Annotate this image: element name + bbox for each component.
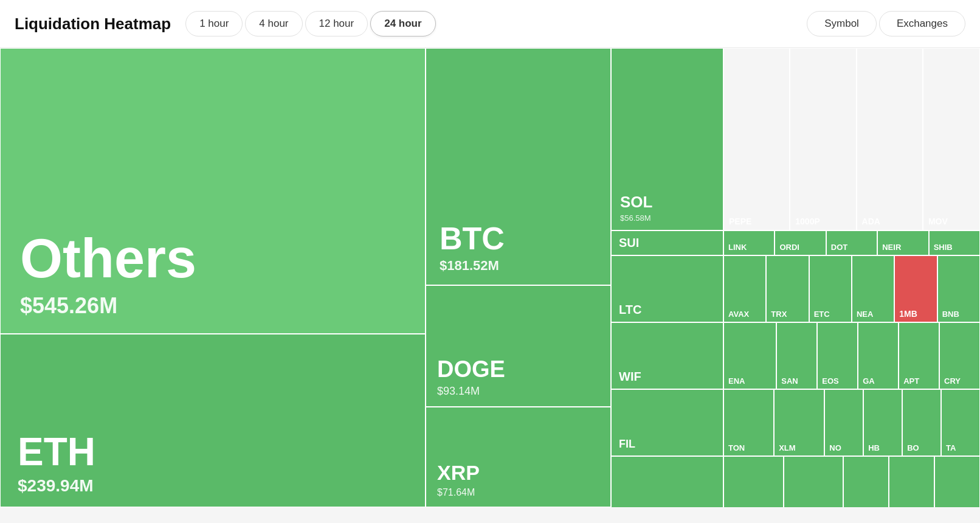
cell-1000p[interactable]: 1000P <box>790 48 856 230</box>
app-title: Liquidation Heatmap <box>15 15 171 33</box>
cell-link[interactable]: LINK <box>723 230 775 255</box>
right-controls: Symbol Exchanges <box>807 11 965 36</box>
cell-sol[interactable]: SOL $56.58M <box>611 48 723 230</box>
symbol-button[interactable]: Symbol <box>807 11 877 36</box>
cell-mov[interactable]: MOV <box>923 48 980 230</box>
pnut-sub-cells: TIA DYDX ARB DOG TUR <box>723 456 980 507</box>
top-small-row: PEPE 1000P ADA MOV <box>723 48 980 230</box>
time-filter-group: 1 hour 4 hour 12 hour 24 hour <box>185 11 797 36</box>
cell-ltc[interactable]: LTC <box>611 255 723 322</box>
cell-nea[interactable]: NEA <box>852 255 894 322</box>
sui-sub-row: LINK ORDI DOT NEIR SHIB <box>723 230 980 255</box>
cell-ada[interactable]: ADA <box>857 48 923 230</box>
right-rows: LTC AVAX TRX ETC NEA 1MB BNB WIF ENA <box>611 255 980 507</box>
mid-column: BTC $181.52M DOGE $93.14M XRP $71.64M <box>426 48 611 507</box>
cell-others[interactable]: Others $545.26M <box>0 48 426 334</box>
cell-ton[interactable]: TON <box>723 389 774 456</box>
fil-row: FIL TON XLM NO HB BO TA <box>611 389 980 456</box>
cell-dot[interactable]: DOT <box>826 230 877 255</box>
cell-dog[interactable]: DOG <box>889 456 934 507</box>
cell-shib[interactable]: SHIB <box>929 230 980 255</box>
cell-neir[interactable]: NEIR <box>877 230 928 255</box>
cell-bnb[interactable]: BNB <box>937 255 980 322</box>
right-column: SOL $56.58M PEPE 1000P ADA MOV <box>611 48 980 507</box>
cell-dydx[interactable]: DYDX <box>784 456 844 507</box>
cell-ta[interactable]: TA <box>941 389 980 456</box>
cell-hb[interactable]: HB <box>863 389 902 456</box>
cell-fil[interactable]: FIL <box>611 389 723 456</box>
filter-4hour[interactable]: 4 hour <box>245 11 302 36</box>
cell-sui[interactable]: SUI <box>611 230 723 255</box>
cell-doge[interactable]: DOGE $93.14M <box>426 285 611 407</box>
cell-etc[interactable]: ETC <box>809 255 852 322</box>
cell-tur[interactable]: TUR <box>934 456 980 507</box>
left-column: Others $545.26M ETH $239.94M <box>0 48 426 507</box>
cell-eth[interactable]: ETH $239.94M <box>0 334 426 507</box>
cell-btc[interactable]: BTC $181.52M <box>426 48 611 285</box>
filter-12hour[interactable]: 12 hour <box>305 11 368 36</box>
cell-tia[interactable]: TIA <box>723 456 784 507</box>
cell-trx[interactable]: TRX <box>766 255 809 322</box>
filter-24hour[interactable]: 24 hour <box>370 11 435 36</box>
cell-arb[interactable]: ARB <box>843 456 889 507</box>
wif-sub-cells: ENA SAN EOS GA APT CRY <box>723 322 980 389</box>
cell-ga[interactable]: GA <box>858 322 899 389</box>
cell-wif[interactable]: WIF <box>611 322 723 389</box>
cell-pepe[interactable]: PEPE <box>723 48 790 230</box>
cell-eos[interactable]: EOS <box>817 322 858 389</box>
cell-bo[interactable]: BO <box>902 389 941 456</box>
sui-row: SUI LINK ORDI DOT NEIR SHIB <box>611 230 980 255</box>
ltc-sub-cells: AVAX TRX ETC NEA 1MB BNB <box>723 255 980 322</box>
cell-apt[interactable]: APT <box>899 322 939 389</box>
cell-avax[interactable]: AVAX <box>723 255 766 322</box>
cell-cry[interactable]: CRY <box>939 322 980 389</box>
cell-no[interactable]: NO <box>824 389 863 456</box>
fil-sub-cells: TON XLM NO HB BO TA <box>723 389 980 456</box>
cell-1mb[interactable]: 1MB <box>894 255 937 322</box>
right-top-section: SOL $56.58M PEPE 1000P ADA MOV <box>611 48 980 230</box>
cell-xrp[interactable]: XRP $71.64M <box>426 407 611 507</box>
cell-ena[interactable]: ENA <box>723 322 776 389</box>
ltc-row: LTC AVAX TRX ETC NEA 1MB BNB <box>611 255 980 322</box>
header: Liquidation Heatmap 1 hour 4 hour 12 hou… <box>0 0 980 48</box>
cell-ordi[interactable]: ORDI <box>775 230 826 255</box>
wif-row: WIF ENA SAN EOS GA APT CRY <box>611 322 980 389</box>
filter-1hour[interactable]: 1 hour <box>185 11 243 36</box>
right-top-small-grid: PEPE 1000P ADA MOV <box>723 48 980 230</box>
heatmap: Others $545.26M ETH $239.94M BTC $181.52… <box>0 48 980 507</box>
cell-san[interactable]: SAN <box>776 322 817 389</box>
exchanges-button[interactable]: Exchanges <box>879 11 965 36</box>
cell-xlm[interactable]: XLM <box>774 389 824 456</box>
pnut-row: PNUT TIA DYDX ARB DOG TUR <box>611 456 980 507</box>
cell-pnut[interactable]: PNUT <box>611 456 723 507</box>
